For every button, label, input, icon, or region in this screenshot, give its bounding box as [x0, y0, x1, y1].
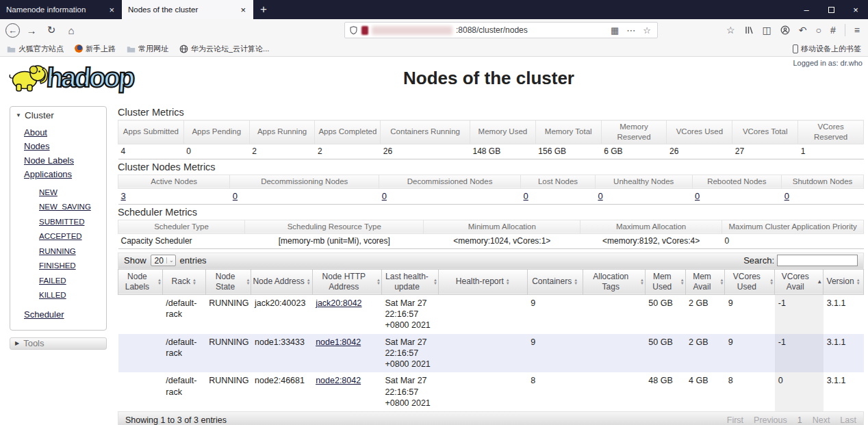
- sidebar-icon[interactable]: ◫: [763, 25, 771, 36]
- decommissioning-nodes-link[interactable]: 0: [233, 191, 238, 201]
- pagination-next-button[interactable]: Next: [813, 415, 830, 425]
- about-link[interactable]: About: [24, 127, 47, 138]
- unhealthy-nodes-link[interactable]: 0: [598, 191, 602, 201]
- submitted-link[interactable]: SUBMITTED: [39, 218, 84, 226]
- col-mem-avail[interactable]: Mem Avail▲▼: [685, 269, 725, 294]
- col-version[interactable]: Version▲▼: [824, 269, 864, 294]
- sidebar-item-new-saving[interactable]: NEW_SAVING: [39, 198, 101, 213]
- shutdown-nodes-link[interactable]: 0: [784, 191, 789, 201]
- node-http-link[interactable]: node1:8042: [316, 337, 361, 347]
- star-icon[interactable]: ☆: [726, 25, 735, 36]
- applications-link[interactable]: Applications: [24, 169, 72, 179]
- bookmark-folder-firefox-official[interactable]: 火狐官方站点: [7, 44, 64, 54]
- scheduler-link[interactable]: Scheduler: [24, 309, 64, 320]
- node-http-link[interactable]: jack20:8042: [316, 298, 361, 308]
- tab-close-icon[interactable]: ×: [107, 5, 116, 15]
- cluster-links: About Nodes Node Labels Applications: [24, 125, 101, 181]
- sidebar-item-running[interactable]: RUNNING: [39, 243, 101, 257]
- col-vcores-used[interactable]: VCores Used▲▼: [725, 269, 775, 294]
- col-mem-used[interactable]: Mem Used▲▼: [645, 269, 685, 294]
- active-nodes-link[interactable]: 3: [121, 191, 126, 201]
- pagination-previous-button[interactable]: Previous: [754, 415, 787, 425]
- cluster-section-header[interactable]: ▼ Cluster: [16, 110, 101, 120]
- tab-close-icon[interactable]: ×: [239, 5, 247, 15]
- finished-link[interactable]: FINISHED: [39, 261, 76, 270]
- pagination-last-button[interactable]: Last: [840, 415, 856, 425]
- col-vcores-avail-sorted[interactable]: VCores Avail▲: [775, 269, 824, 294]
- sidebar-item-node-labels[interactable]: Node Labels: [24, 153, 101, 167]
- menu-icon[interactable]: ≡: [854, 25, 860, 36]
- new-tab-button[interactable]: +: [253, 0, 274, 19]
- url-bar[interactable]: :8088/cluster/nodes ▦ ⋯ ☆: [344, 22, 658, 38]
- extension-icon[interactable]: #: [830, 25, 836, 36]
- accepted-link[interactable]: ACCEPTED: [39, 232, 82, 240]
- sidebar-item-about[interactable]: About: [24, 125, 101, 139]
- pagination-page-1-button[interactable]: 1: [797, 415, 802, 425]
- col-last-health-update[interactable]: Last health-update▲▼: [381, 269, 438, 294]
- mem-used-cell: 48 GB: [645, 372, 685, 411]
- sync-icon[interactable]: ○: [816, 25, 821, 36]
- col-node-address[interactable]: Node Address▲▼: [251, 269, 312, 294]
- library-icon[interactable]: [744, 25, 754, 35]
- chevron-right-icon: ▶: [15, 340, 19, 346]
- pagination-first-button[interactable]: First: [727, 415, 743, 425]
- sidebar-item-finished[interactable]: FINISHED: [39, 257, 101, 272]
- sidebar-item-nodes[interactable]: Nodes: [24, 139, 101, 153]
- shield-icon[interactable]: [349, 25, 358, 35]
- home-button[interactable]: ⌂: [63, 22, 79, 38]
- account-icon[interactable]: [780, 25, 790, 35]
- mobile-bookmarks[interactable]: 移动设备上的书签: [793, 44, 861, 54]
- search-input[interactable]: [777, 255, 858, 266]
- killed-link[interactable]: KILLED: [39, 291, 66, 299]
- col-node-state[interactable]: Node State▲▼: [205, 269, 251, 294]
- bookmark-huawei-forum[interactable]: 华为云论坛_云计算论...: [179, 44, 269, 54]
- reload-button[interactable]: ↻: [43, 22, 60, 38]
- sidebar-item-scheduler[interactable]: Scheduler: [24, 307, 101, 321]
- url-text[interactable]: :8088/cluster/nodes: [456, 25, 528, 35]
- running-link[interactable]: RUNNING: [39, 247, 76, 255]
- window-minimize-button[interactable]: –: [794, 0, 819, 19]
- col-containers[interactable]: Containers▲▼: [527, 269, 583, 294]
- rebooted-nodes-link[interactable]: 0: [695, 191, 700, 201]
- node-http-link[interactable]: node2:8042: [316, 376, 361, 385]
- sidebar-item-failed[interactable]: FAILED: [39, 272, 101, 287]
- window-maximize-button[interactable]: [819, 0, 843, 19]
- sidebar-item-accepted[interactable]: ACCEPTED: [39, 228, 101, 242]
- nodes-link[interactable]: Nodes: [24, 141, 50, 151]
- new-link[interactable]: NEW: [39, 188, 58, 196]
- bookmark-label: 火狐官方站点: [18, 44, 64, 54]
- col-node-labels[interactable]: Node Labels▲▼: [118, 269, 163, 294]
- col-memory-reserved: Memory Reserved: [601, 120, 667, 144]
- sidebar-item-killed[interactable]: KILLED: [39, 287, 101, 301]
- col-allocation-tags[interactable]: Allocation Tags▲▼: [583, 269, 645, 294]
- entries-per-page-select[interactable]: 20 ⌄: [151, 255, 176, 266]
- sidebar-item-submitted[interactable]: SUBMITTED: [39, 214, 101, 228]
- node-labels-link[interactable]: Node Labels: [24, 155, 74, 166]
- tools-section-header[interactable]: ▶ Tools: [10, 337, 107, 350]
- col-health-report[interactable]: Health-report▲▼: [438, 269, 527, 294]
- bookmark-folder-common-sites[interactable]: 常用网址: [127, 44, 168, 54]
- tab-namenode-information[interactable]: Namenode information ×: [0, 0, 122, 19]
- new-saving-link[interactable]: NEW_SAVING: [39, 203, 91, 211]
- node-http-address-cell: jack20:8042: [312, 294, 381, 333]
- site-identity-icon-redacted[interactable]: [361, 26, 368, 35]
- sidebar-item-new[interactable]: NEW: [39, 184, 101, 198]
- qr-code-icon[interactable]: ▦: [609, 25, 621, 36]
- bookmark-getting-started[interactable]: 新手上路: [75, 44, 116, 54]
- undo-icon[interactable]: ↶: [799, 25, 807, 36]
- scheduler-link-wrap: Scheduler: [24, 307, 101, 321]
- back-button[interactable]: ←: [5, 23, 20, 38]
- minimum-allocation-value: <memory:1024, vCores:1>: [424, 233, 580, 248]
- decommissioned-nodes-link[interactable]: 0: [382, 191, 387, 201]
- page-actions-icon[interactable]: ⋯: [624, 25, 637, 36]
- sidebar-item-applications[interactable]: Applications: [24, 167, 101, 181]
- window-close-button[interactable]: ×: [843, 0, 868, 19]
- failed-link[interactable]: FAILED: [39, 276, 66, 285]
- col-node-http-address[interactable]: Node HTTP Address▲▼: [312, 269, 381, 294]
- lost-nodes-link[interactable]: 0: [524, 191, 528, 201]
- col-rack[interactable]: Rack▲▼: [162, 269, 205, 294]
- hadoop-logo-text: hadoop: [46, 64, 134, 91]
- forward-button[interactable]: →: [23, 22, 40, 38]
- bookmark-star-icon[interactable]: ☆: [641, 25, 653, 36]
- tab-nodes-of-cluster[interactable]: Nodes of the cluster ×: [122, 0, 253, 19]
